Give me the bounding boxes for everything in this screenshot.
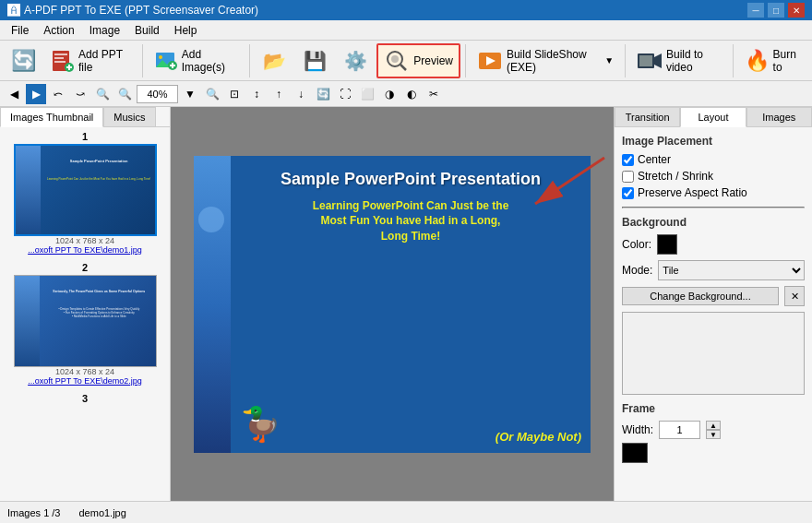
divider-placement [622,207,805,208]
menu-file[interactable]: File [4,22,36,39]
canvas-area: Sample PowerPoint Presentation Learning … [171,107,614,501]
preview-label: Preview [413,54,453,67]
frame-width-input[interactable] [659,421,700,439]
settings-button[interactable]: ⚙️ [336,44,375,77]
tool3-button[interactable]: 🔍 [92,84,113,104]
thumbnail-item-3[interactable]: 3 [82,393,88,406]
add-images-icon [154,48,178,74]
tab-images[interactable]: Images [746,107,812,126]
thumbnails-list: 1 Sample PowerPoint Presentation Learnin… [0,127,170,501]
frame-color-row [622,443,805,463]
tool1-button[interactable]: ⤺ [48,84,68,104]
tab-musics[interactable]: Musics [103,107,155,126]
tool5-button[interactable]: ↕ [246,84,267,104]
color-picker[interactable] [657,234,677,255]
zoom-dropdown[interactable]: ▼ [180,84,200,104]
clear-background-button[interactable]: ✕ [784,286,805,306]
thumb-image-1[interactable]: Sample PowerPoint Presentation Learning … [14,144,157,236]
menu-build[interactable]: Build [127,22,167,39]
forward-button[interactable]: ▶ [26,84,46,104]
mini-title-1: Sample PowerPoint Presentation [46,159,152,163]
crop-button[interactable]: ⛶ [335,84,355,104]
mini-title-2: Seriously, The PowerPoint Gives us Some … [45,290,152,293]
tool2-button[interactable]: ⤻ [70,84,90,104]
zoom-input[interactable] [137,85,178,103]
tool11-button[interactable]: ◐ [401,84,422,104]
tool6-button[interactable]: ↑ [269,84,289,104]
tool10-button[interactable]: ◑ [379,84,400,104]
add-images-button[interactable]: Add Image(s) [148,44,245,77]
mini-bar-1 [16,146,41,234]
slide-body: Learning PowerPoint Can Just be the Most… [235,198,586,244]
thumb-path-2[interactable]: ...oxoft PPT To EXE\demo2.jpg [14,376,157,386]
add-ppt-button[interactable]: Add PPT file [44,44,137,77]
slide-canvas: Sample PowerPoint Presentation Learning … [194,156,591,453]
spin-up-button[interactable]: ▲ [706,421,721,430]
right-content: Image Placement Center Stretch / Shrink … [615,127,812,501]
thumb-path-1[interactable]: ...oxoft PPT To EXE\demo1.jpg [14,245,157,255]
tool8-button[interactable]: 🔄 [313,84,333,104]
spin-down-button[interactable]: ▼ [706,430,721,439]
checkbox-preserve-input[interactable] [622,187,634,199]
slide-circle [198,207,224,232]
menu-image[interactable]: Image [82,22,127,39]
divider-5 [733,44,734,77]
burn-button[interactable]: 🔥 Burn to [738,44,808,77]
save-button[interactable]: 💾 [295,44,334,77]
zoom-out-button[interactable]: 🔍 [202,84,222,104]
refresh-button[interactable]: 🔄 [4,44,42,77]
width-label: Width: [622,423,653,436]
mini-body-1: Learning PowerPoint Can Just be the Most… [46,177,152,181]
mini-slide-1: Sample PowerPoint Presentation Learning … [16,146,155,234]
thumbnail-item-2[interactable]: 2 Seriously, The PowerPoint Gives us Som… [14,262,157,386]
build-slideshow-button[interactable]: Build SlideShow (EXE) ▼ [471,44,620,77]
tab-layout[interactable]: Layout [680,107,746,127]
tool7-button[interactable]: ↓ [291,84,311,104]
mode-select[interactable]: Tile Stretch Center None [658,260,805,280]
checkbox-center: Center [622,153,805,166]
frame-color-picker[interactable] [622,443,648,463]
slide-title: Sample PowerPoint Presentation [235,170,586,189]
svg-rect-20 [639,55,652,66]
checkbox-center-label: Center [638,153,671,166]
current-filename: demo1.jpg [78,507,125,518]
svg-point-15 [391,55,399,63]
slide-blue-bar [194,156,231,453]
tab-transition[interactable]: Transition [615,107,680,126]
thumb-number-1: 1 [14,131,157,142]
tool4-button[interactable]: 🔍 [114,84,135,104]
save-icon: 💾 [302,48,328,74]
build-video-button[interactable]: Build to video [630,44,728,77]
menu-help[interactable]: Help [167,22,205,39]
change-background-button[interactable]: Change Background... [622,287,779,305]
right-panel: Transition Layout Images Image Placement… [614,107,812,501]
add-ppt-icon [51,48,75,74]
back-button[interactable]: ◀ [4,84,24,104]
thumbnail-item-1[interactable]: 1 Sample PowerPoint Presentation Learnin… [14,131,157,255]
maximize-button[interactable]: □ [768,3,784,18]
checkbox-preserve: Preserve Aspect Ratio [622,186,805,199]
build-slideshow-label: Build SlideShow (EXE) [507,48,601,74]
build-video-label: Build to video [666,48,722,74]
background-title: Background [622,216,805,229]
thumb-size-2: 1024 x 768 x 24 [14,367,157,376]
zoom-fit-button[interactable]: ⊡ [224,84,245,104]
checkbox-center-input[interactable] [622,154,634,166]
app-icon: 🅰 [7,3,20,18]
open-button[interactable]: 📂 [255,44,293,77]
build-dropdown-arrow[interactable]: ▼ [604,55,614,65]
mode-label: Mode: [622,264,652,277]
divider-1 [142,44,143,77]
minimize-button[interactable]: ─ [747,3,764,18]
close-button[interactable]: ✕ [788,3,805,18]
checkbox-stretch-input[interactable] [622,171,634,183]
tab-images-thumbnail[interactable]: Images Thumbnail [0,107,103,127]
tool12-button[interactable]: ✂ [424,84,444,104]
svg-line-14 [400,65,406,70]
thumb-image-2[interactable]: Seriously, The PowerPoint Gives us Some … [14,275,157,367]
slide-content: Sample PowerPoint Presentation Learning … [235,170,586,244]
tool9-button[interactable]: ⬜ [357,84,377,104]
menu-action[interactable]: Action [36,22,81,39]
preview-button[interactable]: Preview [376,43,460,78]
title-bar-title: 🅰 A-PDF PPT To EXE (PPT Screensaver Crea… [7,3,258,18]
